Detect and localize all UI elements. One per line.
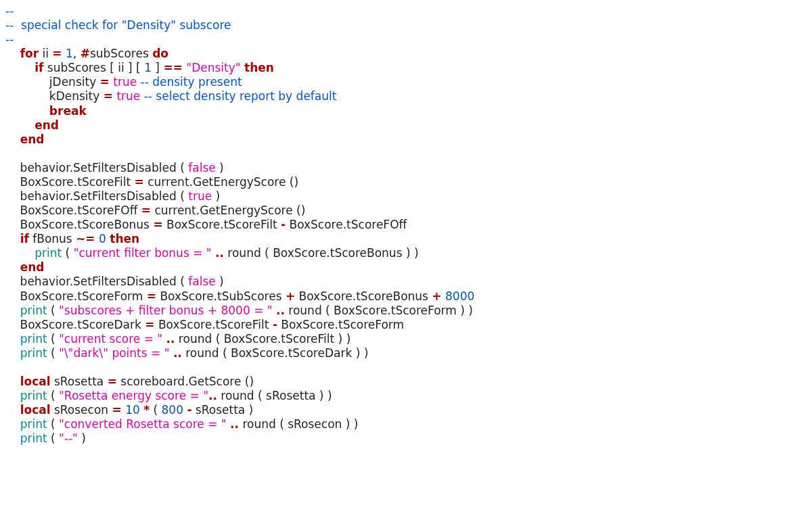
code-token: true: [188, 189, 212, 203]
code-token: round ( BoxScore.tScoreBonus ) ): [224, 246, 419, 260]
code-token: subScores: [90, 47, 152, 60]
code-token: [5, 304, 20, 317]
code-token: end: [20, 133, 45, 146]
code-token: break: [49, 104, 87, 118]
code-line: break: [5, 104, 87, 118]
code-token: "subscores + filter bonus + 8000 = ": [59, 304, 273, 317]
code-token: do: [152, 47, 168, 60]
code-token: -- select density report by default: [144, 89, 337, 103]
code-token: (: [150, 403, 161, 417]
code-token: "converted Rosetta score = ": [59, 417, 227, 431]
code-token: ..: [208, 389, 217, 402]
code-token: [5, 118, 35, 132]
code-line: print ( "\"dark\" points = " .. round ( …: [5, 346, 368, 360]
code-token: round ( BoxScore.tScoreDark ) ): [182, 346, 369, 360]
code-line: print ( "current filter bonus = " .. rou…: [5, 246, 419, 260]
code-token: print: [20, 332, 47, 346]
code-token: ..: [276, 304, 285, 317]
code-token: [5, 346, 20, 360]
code-line: jDensity = true -- density present: [5, 75, 242, 89]
code-token: round ( BoxScore.tScoreForm ) ): [285, 304, 473, 317]
code-line: end: [5, 260, 44, 274]
code-line: --: [5, 32, 14, 46]
code-token: [5, 389, 20, 402]
code-token: ii: [39, 47, 52, 60]
code-token: ..: [173, 346, 182, 360]
code-line: BoxScore.tScoreDark = BoxScore.tScoreFil…: [5, 318, 404, 331]
code-line: local sRosecon = 10 * ( 800 - sRosetta ): [5, 403, 253, 417]
code-token: sRosetta: [51, 375, 108, 388]
code-token: "--": [59, 431, 78, 445]
code-line: local sRosetta = scoreboard.GetScore (): [5, 375, 254, 388]
code-token: BoxScore.tScoreBonus: [295, 289, 432, 303]
code-line: behavior.SetFiltersDisabled ( false ): [5, 275, 224, 288]
code-token: ]: [152, 61, 163, 74]
code-token: print: [20, 389, 47, 402]
code-token: ): [216, 161, 224, 174]
code-line: BoxScore.tScoreFOff = current.GetEnergyS…: [5, 204, 305, 217]
code-token: scoreboard.GetScore (): [117, 375, 254, 388]
code-token: --: [5, 32, 14, 46]
code-token: BoxScore.tScoreFOff: [5, 204, 141, 217]
code-token: "current score = ": [59, 332, 162, 346]
code-token: local: [20, 375, 51, 388]
code-token: then: [244, 61, 274, 74]
code-token: (: [62, 246, 73, 260]
code-token: =: [104, 89, 113, 103]
code-token: "Rosetta energy score = ": [59, 389, 208, 402]
code-token: (: [47, 431, 59, 445]
code-token: =: [135, 175, 144, 189]
code-token: =: [108, 375, 117, 388]
code-token: "\"dark\" points = ": [59, 346, 169, 360]
code-token: [5, 104, 49, 118]
code-token: print: [20, 431, 47, 445]
code-token: ,: [73, 47, 81, 60]
code-token: -- special check for "Density" subscore: [5, 18, 231, 32]
code-token: behavior.SetFiltersDisabled (: [5, 275, 188, 288]
code-token: BoxScore.tScoreForm: [277, 318, 404, 331]
code-token: "Density": [186, 61, 240, 74]
code-line: BoxScore.tScoreFilt = current.GetEnergyS…: [5, 175, 298, 189]
code-line: print ( "Rosetta energy score = ".. roun…: [5, 389, 332, 402]
code-token: subScores [ ii ] [: [43, 61, 144, 74]
code-line: [5, 360, 9, 374]
code-line: for ii = 1, #subScores do: [5, 47, 168, 60]
code-token: ): [78, 431, 86, 445]
code-token: BoxScore.tScoreDark: [5, 318, 145, 331]
code-token: BoxScore.tScoreForm: [5, 289, 147, 303]
code-token: [5, 133, 20, 146]
code-line: [5, 147, 9, 160]
code-token: round ( sRosecon ) ): [239, 417, 358, 431]
code-token: [5, 260, 20, 274]
code-line: -- special check for "Density" subscore: [5, 18, 231, 32]
code-token: =: [52, 47, 62, 60]
code-token: print: [35, 246, 62, 260]
code-token: =: [147, 289, 156, 303]
code-block: -- -- special check for "Density" subsco…: [0, 0, 812, 459]
code-token: [5, 403, 20, 417]
code-token: "current filter bonus = ": [74, 246, 212, 260]
code-token: kDensity: [5, 89, 104, 103]
code-token: current.GetEnergyScore (): [151, 204, 305, 217]
code-token: if: [20, 232, 29, 245]
code-line: print ( "subscores + filter bonus + 8000…: [5, 304, 473, 317]
code-token: BoxScore.tScoreBonus: [5, 218, 153, 231]
code-token: *: [143, 403, 150, 417]
code-token: BoxScore.tScoreFilt: [155, 318, 273, 331]
code-line: behavior.SetFiltersDisabled ( false ): [5, 161, 224, 174]
code-token: false: [188, 275, 215, 288]
code-token: [5, 61, 35, 74]
code-token: 10: [125, 403, 140, 417]
code-token: 800: [162, 403, 183, 417]
code-token: behavior.SetFiltersDisabled (: [5, 189, 188, 203]
code-token: -- density present: [141, 75, 242, 89]
code-token: (: [47, 332, 59, 346]
code-token: sRosetta ): [191, 403, 253, 417]
code-token: sRosecon: [51, 403, 112, 417]
code-token: [5, 246, 35, 260]
code-token: BoxScore.tScoreFilt: [5, 175, 135, 189]
code-token: end: [35, 118, 59, 132]
code-line: if fBonus ~= 0 then: [5, 232, 139, 245]
code-token: [5, 232, 20, 245]
code-token: [5, 375, 20, 388]
